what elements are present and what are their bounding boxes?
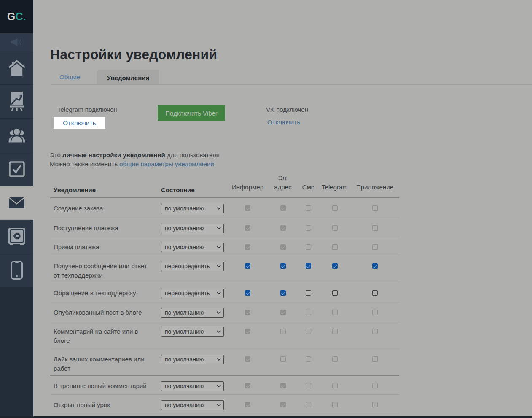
table-row: Создание заказа по умолчаниюпереопредели… [50,198,399,218]
notification-channel-checkbox [306,356,311,362]
sidebar-item-mobile[interactable] [0,253,33,287]
notification-name: Создание заказа [50,198,161,213]
notification-channel-checkbox [245,205,250,211]
notification-channel-checkbox [245,310,250,315]
notification-channel-checkbox[interactable] [372,290,378,296]
checkbox-cell [297,218,319,231]
col-header-sms: Смс [297,183,319,197]
notification-channel-checkbox [332,402,338,407]
telegram-disconnect-link[interactable]: Отключить [63,119,96,127]
checkbox-cell [227,302,269,315]
state-select[interactable]: по умолчаниюпереопределить [161,400,224,410]
table-row: Обращение в техподдержку по умолчаниюпер… [50,283,399,302]
page-title: Настройки уведомлений [50,47,217,62]
state-select[interactable]: по умолчаниюпереопределить [161,289,224,298]
notification-channel-checkbox [280,310,286,315]
notification-channel-checkbox [372,205,378,211]
state-select-wrap: по умолчаниюпереопределить [161,224,224,233]
sidebar-item-messages[interactable] [0,186,33,220]
checkbox-cell [350,283,399,296]
users-icon [8,128,25,143]
checkbox-cell [350,302,399,315]
notification-channel-checkbox[interactable] [280,290,286,296]
checkbox-cell [269,283,297,296]
checkbox-cell [297,198,319,211]
checkbox-cell [350,218,399,231]
state-select-wrap: по умолчаниюпереопределить [161,204,224,213]
bottom-dark-bar [0,416,532,418]
state-select[interactable]: по умолчаниюпереопределить [161,224,224,233]
col-header-email: Эл. адрес [270,173,296,197]
checkbox-cell [319,218,350,231]
checkbox-cell [350,395,399,407]
state-select[interactable]: по умолчаниюпереопределить [161,243,224,252]
notification-name: Лайк ваших комментариев или работ [50,349,161,373]
notification-channel-checkbox[interactable] [372,263,378,269]
checkbox-cell [269,349,297,362]
vk-disconnect-link[interactable]: Отключить [267,119,300,126]
notification-channel-checkbox [280,244,286,250]
checkbox-cell [227,376,269,388]
state-select-wrap: по умолчаниюпереопределить [161,355,224,364]
checkbox-cell [319,198,350,211]
notification-channel-checkbox [372,383,378,388]
sidebar-item-sales[interactable] [0,220,33,253]
notification-channel-checkbox [306,205,311,211]
checkbox-cell [269,198,297,211]
sidebar-item-users[interactable] [0,119,33,152]
table-row: В тренинге новый комментарий по умолчани… [50,376,399,395]
tab-notifications[interactable]: Уведомления [97,70,159,85]
sidebar-item-tasks[interactable] [0,152,33,186]
state-select-wrap: по умолчаниюпереопределить [161,400,224,410]
notification-channel-checkbox[interactable] [332,290,338,296]
checkbox-cell [297,302,319,315]
checkbox-cell [269,218,297,231]
notification-channel-checkbox[interactable] [306,290,311,296]
tab-general[interactable]: Общие [59,73,80,81]
checkbox-cell [227,321,269,334]
general-notification-params-link[interactable]: общие параметры уведомлений [119,160,214,167]
notification-channel-checkbox[interactable] [245,263,250,269]
state-select[interactable]: по умолчаниюпереопределить [161,204,224,213]
sidebar-item-announcements[interactable] [0,33,33,51]
state-select-wrap: по умолчаниюпереопределить [161,262,224,271]
mail-icon [9,197,24,208]
checkbox-cell [227,395,269,407]
checkbox-cell [269,321,297,334]
notification-channel-checkbox [280,383,286,388]
app-logo[interactable]: GC. [0,0,33,33]
notification-channel-checkbox [306,329,311,334]
safe-icon [8,228,25,245]
state-select[interactable]: по умолчаниюпереопределить [161,308,224,318]
connect-viber-button[interactable]: Подключить Viber [158,105,225,121]
notification-channel-checkbox [280,205,286,211]
state-select[interactable]: по умолчаниюпереопределить [161,355,224,364]
notification-channel-checkbox[interactable] [280,263,286,269]
notification-name: Прием платежа [50,237,161,252]
notification-channel-checkbox[interactable] [245,290,250,296]
state-select[interactable]: по умолчаниюпереопределить [161,327,224,337]
state-select[interactable]: по умолчаниюпереопределить [161,381,224,391]
sidebar-item-home[interactable] [0,51,33,85]
notification-channel-checkbox [332,329,338,334]
table-row: Прием платежа по умолчаниюпереопределить [50,237,399,256]
notification-channel-checkbox[interactable] [332,263,338,269]
notification-channel-checkbox [372,225,378,231]
logo-text-primary: G [7,11,16,23]
checkbox-cell [350,198,399,211]
notification-channel-checkbox [306,225,311,231]
checkbox-cell [297,376,319,388]
notification-name: В тренинге новый комментарий [50,376,161,391]
notification-channel-checkbox [332,244,338,250]
notification-channel-checkbox [245,225,250,231]
notification-channel-checkbox [306,402,311,407]
checkbox-cell [227,218,269,231]
notification-channel-checkbox [372,356,378,362]
sidebar-item-analytics[interactable] [0,85,33,119]
notification-channel-checkbox[interactable] [306,263,311,269]
notification-channel-checkbox [280,225,286,231]
checkbox-cell [227,256,269,269]
state-select[interactable]: по умолчаниюпереопределить [161,262,224,271]
checkbox-cell [227,198,269,211]
table-row: Комментарий на сайте или в блоге по умол… [50,321,399,349]
